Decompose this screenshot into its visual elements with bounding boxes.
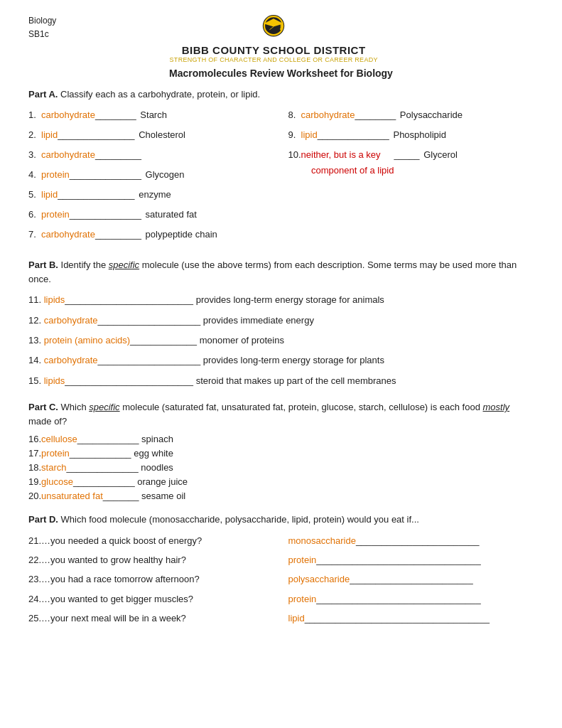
item-10-blank: _____	[394, 147, 419, 163]
svg-point-4	[280, 28, 283, 31]
item-10-row: 10. neither, but is a key component of a…	[288, 147, 534, 178]
item-12-num: 12.	[28, 315, 44, 326]
item-23-question: 23. …you had a race tomorrow afternoon?	[28, 571, 274, 587]
item-5-label: enzyme	[136, 187, 171, 203]
item-8-blank: ________	[355, 107, 396, 123]
item-9-blank: ______________	[318, 127, 389, 143]
item-8-answer: carbohydrate	[301, 107, 355, 123]
part-b-title: Part B. Identify the specific molecule (…	[28, 258, 534, 286]
item-4-blank: ______________	[70, 167, 141, 183]
part-b-section: Part B. Identify the specific molecule (…	[28, 258, 534, 389]
part-d-label: Part D.	[28, 514, 58, 525]
item-14-answer: carbohydrate	[44, 355, 98, 365]
item-2-row: 2. lipid_______________ Cholesterol	[28, 127, 274, 143]
item-12-row: 12. carbohydrate____________________ pro…	[28, 312, 534, 328]
item-15-label: steroid that makes up part of the cell m…	[196, 375, 396, 386]
item-4-num: 4.	[28, 167, 41, 183]
item-12-blank: ____________________	[98, 315, 201, 326]
item-2-label: Cholesterol	[136, 127, 185, 143]
item-8-num: 8.	[288, 107, 301, 123]
item-21-q-text: …you needed a quick boost of energy?	[41, 532, 202, 549]
part-d-instruction: Which food molecule (monosaccharide, pol…	[61, 514, 419, 525]
item-21-question: 21. …you needed a quick boost of energy?	[28, 532, 274, 549]
item-12-label: provides immediate energy	[203, 315, 314, 326]
item-23-blank: ________________________	[350, 571, 473, 587]
item-7-answer: carbohydrate	[41, 227, 95, 242]
item-16-blank: ____________	[77, 434, 139, 444]
part-a-section: Part A. Classify each as a carbohydrate,…	[28, 87, 534, 247]
item-19-num: 19.	[28, 476, 41, 487]
part-d-section: Part D. Which food molecule (monosacchar…	[28, 513, 534, 626]
item-17-num: 17.	[28, 448, 41, 459]
logo-area: BIBB COUNTY SCHOOL DISTRICT STRENGTH OF …	[70, 14, 477, 63]
item-24-question: 24. …you wanted to get bigger muscles?	[28, 591, 274, 607]
item-23-q-text: …you had a race tomorrow afternoon?	[41, 571, 200, 587]
item-19-answer: glucose	[41, 476, 73, 487]
item-22-q-text: …you wanted to grow healthy hair?	[41, 552, 186, 568]
item-9-num: 9.	[288, 127, 301, 143]
item-16-label: spinach	[139, 434, 173, 444]
item-13-blank: _____________	[130, 335, 197, 346]
svg-rect-3	[281, 23, 282, 28]
item-11-blank: _________________________	[65, 294, 193, 305]
item-2-answer: lipid	[41, 127, 58, 143]
item-21-blank: ________________________	[356, 532, 480, 549]
item-6-answer: protein	[41, 207, 70, 223]
item-20-row: 20. unsaturated fat_______ sesame oil	[28, 491, 534, 501]
item-22-num: 22.	[28, 552, 41, 568]
worksheet-title: Macromolecules Review Worksheet for Biol…	[28, 68, 534, 79]
district-tagline: STRENGTH OF CHARACTER AND COLLEGE OR CAR…	[170, 56, 378, 63]
item-4-answer: protein	[41, 167, 70, 183]
item-8-row: 8. carbohydrate________ Polysaccharide	[288, 107, 534, 123]
item-9-answer: lipid	[301, 127, 318, 143]
course-info: Biology SB1c	[28, 14, 56, 41]
item-21-answer: monosaccharide	[288, 532, 356, 549]
item-3-answer: carbohydrate	[41, 147, 95, 163]
item-6-row: 6. protein______________ saturated fat	[28, 207, 274, 223]
item-10-label: Glycerol	[421, 147, 458, 163]
part-a-grid: 1. carbohydrate________ Starch 2. lipid_…	[28, 107, 534, 247]
item-18-row: 18. starch______________ noodles	[28, 462, 534, 473]
item-1-num: 1.	[28, 107, 41, 123]
item-18-answer: starch	[41, 462, 66, 473]
item-16-row: 16. cellulose____________ spinach	[28, 434, 534, 444]
page-header: Biology SB1c BIBB COUNTY SCHOOL DISTRICT…	[28, 14, 534, 63]
item-24-answer: protein	[288, 591, 317, 607]
part-a-label: Part A.	[28, 89, 58, 100]
course-name: Biology	[28, 14, 56, 28]
item-1-blank: ________	[95, 107, 136, 123]
part-a-left: 1. carbohydrate________ Starch 2. lipid_…	[28, 107, 274, 247]
item-23-num: 23.	[28, 571, 41, 587]
item-22-answer-area: protein________________________________	[288, 552, 534, 568]
item-24-num: 24.	[28, 591, 41, 607]
item-24-q-text: …you wanted to get bigger muscles?	[41, 591, 193, 607]
item-2-num: 2.	[28, 127, 41, 143]
item-3-num: 3.	[28, 147, 41, 163]
item-7-num: 7.	[28, 227, 41, 242]
item-3-blank: _________	[95, 147, 141, 163]
item-7-row: 7. carbohydrate_________ polypeptide cha…	[28, 227, 274, 242]
item-5-blank: _______________	[58, 187, 134, 203]
item-11-num: 11.	[28, 294, 44, 305]
item-22-question: 22. …you wanted to grow healthy hair?	[28, 552, 274, 568]
item-16-num: 16.	[28, 434, 41, 444]
item-24-blank: ________________________________	[316, 591, 480, 607]
item-25-answer-area: lipid___________________________________…	[288, 610, 534, 626]
item-17-answer: protein	[41, 448, 70, 459]
item-17-row: 17. protein____________ egg white	[28, 448, 534, 459]
item-11-row: 11. lipids_________________________ prov…	[28, 291, 534, 308]
item-13-row: 13. protein (amino acids)_____________ m…	[28, 332, 534, 348]
item-7-label: polypeptide chain	[143, 227, 217, 242]
item-1-row: 1. carbohydrate________ Starch	[28, 107, 274, 123]
item-15-blank: _________________________	[65, 375, 193, 386]
item-15-answer: lipids	[44, 375, 65, 386]
district-name: BIBB COUNTY SCHOOL DISTRICT	[182, 44, 366, 56]
part-c-section: Part C. Which specific molecule (saturat…	[28, 400, 534, 501]
item-10-num: 10.	[288, 147, 301, 163]
part-a-instruction: Classify each as a carbohydrate, protein…	[60, 89, 260, 100]
item-2-blank: _______________	[58, 127, 134, 143]
item-16-answer: cellulose	[41, 434, 77, 444]
item-23-answer: polysaccharide	[288, 571, 350, 587]
item-15-num: 15.	[28, 375, 44, 386]
part-d-title: Part D. Which food molecule (monosacchar…	[28, 513, 534, 527]
